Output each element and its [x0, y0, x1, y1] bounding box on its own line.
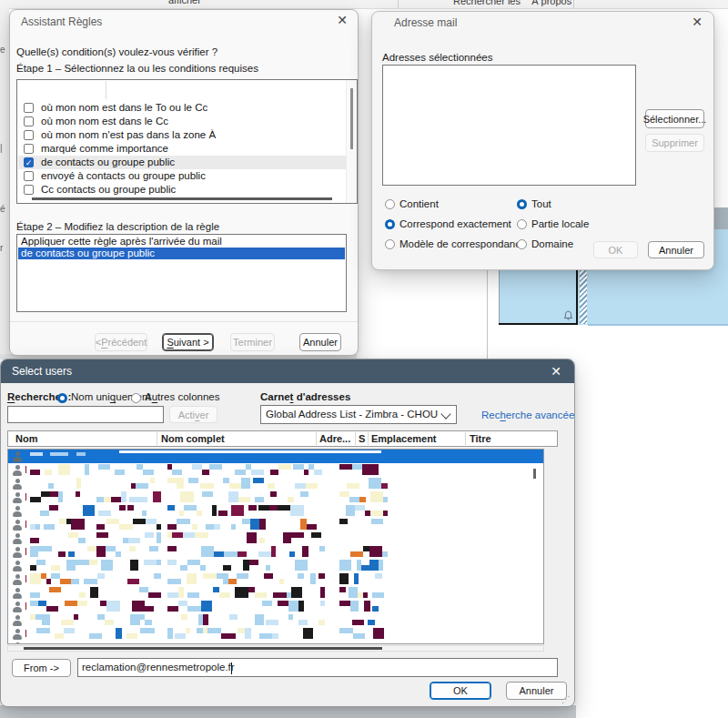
- redaction-block: [295, 483, 306, 489]
- redaction-block: [272, 565, 280, 571]
- redacted-user-row[interactable]: [8, 477, 543, 490]
- redaction-block: [223, 565, 231, 571]
- radio-label[interactable]: Correspond exactement: [399, 218, 511, 229]
- remove-button[interactable]: Supprimer: [645, 134, 704, 152]
- horizontal-scrollbar-thumb[interactable]: [32, 197, 332, 200]
- titlebar[interactable]: Select users ✕: [1, 359, 574, 383]
- radio-name-only[interactable]: [57, 393, 67, 403]
- cancel-button[interactable]: Annuler: [648, 241, 704, 258]
- condition-checkbox[interactable]: [24, 130, 34, 140]
- go-button[interactable]: Activer: [169, 406, 217, 423]
- column-header[interactable]: Nom complet: [161, 433, 225, 444]
- redaction-block: [288, 601, 298, 612]
- finish-button[interactable]: Terminer: [230, 333, 275, 351]
- condition-checkbox[interactable]: [24, 171, 34, 181]
- column-header[interactable]: Adre...: [319, 433, 350, 444]
- radio-domaine[interactable]: [517, 239, 527, 249]
- redaction-block: [192, 464, 202, 470]
- condition-checkbox[interactable]: [24, 144, 34, 154]
- redaction-block: [150, 478, 155, 483]
- horizontal-scrollbar-thumb[interactable]: [24, 647, 382, 650]
- radio-label[interactable]: Tout: [531, 198, 551, 209]
- radio-correspond-exactement[interactable]: [385, 219, 395, 229]
- from-input[interactable]: reclamation@rennesmetropole.fr: [77, 658, 558, 677]
- cancel-button[interactable]: Annuler: [506, 682, 567, 700]
- radio-contient[interactable]: [385, 199, 395, 209]
- redacted-user-row[interactable]: [8, 531, 543, 545]
- redacted-user-row[interactable]: [8, 586, 543, 600]
- condition-item[interactable]: ✓de contacts ou groupe public: [18, 156, 346, 169]
- condition-item[interactable]: où mon nom n'est pas dans la zone À: [18, 128, 346, 142]
- conditions-listbox[interactable]: où mon nom est dans le To ou le Ccoù mon…: [16, 79, 358, 204]
- condition-checkbox[interactable]: ✓: [24, 157, 34, 167]
- radio-label[interactable]: Modèle de correspondance: [399, 238, 526, 249]
- condition-item[interactable]: Cc contacts ou groupe public: [18, 183, 346, 197]
- condition-item[interactable]: marqué comme importance: [18, 142, 346, 156]
- rule-description-listbox[interactable]: Appliquer cette règle après l'arrivée du…: [16, 234, 347, 312]
- redacted-user-row[interactable]: [8, 600, 543, 613]
- results-table-header[interactable]: NomNom completAdre...SEmplacementTitre: [7, 430, 558, 447]
- close-icon[interactable]: ✕: [337, 14, 348, 26]
- redacted-user-row[interactable]: [8, 627, 543, 641]
- condition-item[interactable]: où mon nom est dans le Cc: [18, 115, 346, 128]
- condition-checkbox[interactable]: [24, 103, 34, 113]
- vertical-scrollbar[interactable]: [346, 80, 357, 203]
- previous-button[interactable]: < Précédent: [95, 333, 147, 351]
- radio-tout[interactable]: [517, 199, 527, 209]
- redaction-block: [363, 546, 369, 551]
- rule-description-line[interactable]: Appliquer cette règle après l'arrivée du…: [18, 236, 345, 248]
- radio-label[interactable]: Contient: [399, 198, 439, 209]
- column-header[interactable]: Titre: [470, 433, 491, 444]
- address-book-dropdown[interactable]: Global Address List - Zimbra - CHOUR Ren…: [260, 405, 457, 424]
- redacted-user-row[interactable]: [8, 559, 543, 572]
- radio-partie-locale[interactable]: [517, 219, 527, 229]
- radio-label[interactable]: Domaine: [531, 238, 573, 249]
- redaction-block: [228, 579, 237, 584]
- redacted-user-row[interactable]: [8, 463, 543, 477]
- redaction-block: [339, 587, 346, 592]
- radio-other-columns-label[interactable]: Autres colonnes: [145, 391, 219, 402]
- radio-label[interactable]: Partie locale: [531, 218, 589, 229]
- redacted-user-row[interactable]: [8, 572, 543, 586]
- condition-checkbox[interactable]: [24, 116, 34, 126]
- horizontal-scrollbar[interactable]: [7, 645, 544, 652]
- results-list[interactable]: [7, 449, 544, 644]
- divider: [10, 321, 358, 322]
- close-icon[interactable]: ✕: [551, 364, 561, 379]
- column-header[interactable]: Nom: [15, 433, 37, 444]
- column-divider: [368, 432, 369, 445]
- ok-button[interactable]: OK: [593, 241, 638, 258]
- from-input-value: reclamation@rennesmetropole.fr: [82, 662, 235, 672]
- select-button[interactable]: Sélectionner...: [645, 109, 704, 128]
- redaction-block: [121, 491, 126, 502]
- redaction-block: [320, 601, 325, 606]
- condition-checkbox[interactable]: [24, 185, 34, 195]
- from-button[interactable]: From ->: [12, 659, 71, 677]
- ok-button[interactable]: OK: [430, 682, 491, 700]
- redaction-block: [347, 483, 359, 489]
- condition-item[interactable]: envoyé à contacts ou groupe public: [18, 169, 346, 183]
- rule-description-line[interactable]: de contacts ou groupe public: [18, 248, 345, 259]
- advanced-search-link[interactable]: Recherche avancée: [481, 410, 574, 420]
- redacted-user-row[interactable]: [8, 504, 543, 518]
- search-input[interactable]: [7, 406, 164, 423]
- redacted-user-row[interactable]: [8, 613, 543, 627]
- selected-addresses-listbox[interactable]: [382, 65, 636, 186]
- redaction-block: [310, 573, 316, 584]
- close-icon[interactable]: ✕: [692, 15, 703, 28]
- selected-user-row[interactable]: [8, 450, 543, 463]
- cancel-button[interactable]: Annuler: [299, 333, 341, 351]
- redacted-user-row[interactable]: [8, 490, 543, 504]
- radio-other-columns[interactable]: [131, 393, 141, 403]
- redacted-user-row[interactable]: [8, 545, 543, 559]
- person-icon: [13, 451, 22, 462]
- scrollbar-thumb[interactable]: [350, 88, 353, 149]
- next-button[interactable]: Suivant >: [162, 333, 214, 351]
- column-header[interactable]: S: [359, 433, 365, 444]
- resize-grip[interactable]: ⋰: [561, 694, 571, 704]
- redaction-block: [206, 524, 214, 530]
- condition-item[interactable]: où mon nom est dans le To ou le Cc: [18, 101, 346, 115]
- column-header[interactable]: Emplacement: [371, 433, 437, 444]
- radio-mod-le-de-correspondance[interactable]: [385, 239, 395, 249]
- redacted-user-row[interactable]: [8, 518, 543, 531]
